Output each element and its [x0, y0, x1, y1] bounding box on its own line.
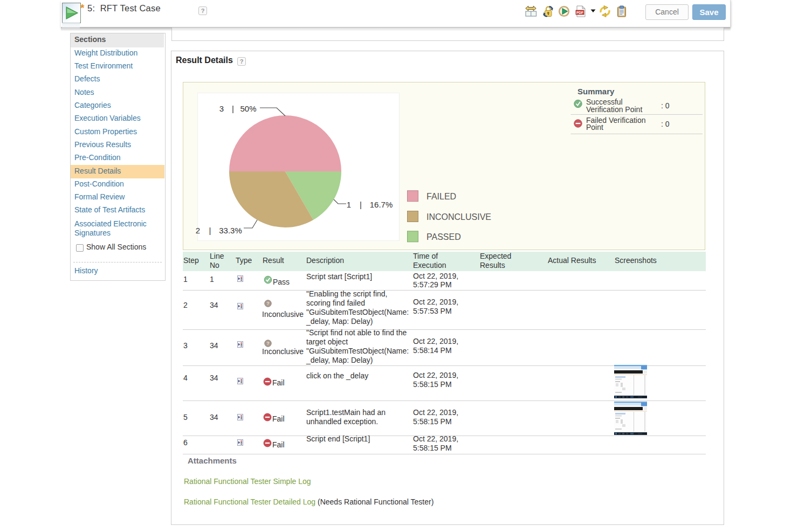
svg-text:|: |	[232, 104, 234, 113]
svg-text:Summary: Summary	[577, 87, 615, 96]
svg-text:Verification Point: Verification Point	[586, 105, 642, 114]
svg-text:16.7%: 16.7%	[370, 200, 393, 209]
svg-text:INCONCLUSIVE: INCONCLUSIVE	[426, 212, 491, 222]
svg-text:3: 3	[219, 104, 224, 113]
svg-text:: 0: : 0	[661, 120, 670, 128]
svg-text:|: |	[209, 226, 211, 235]
svg-text:50%: 50%	[240, 104, 256, 113]
svg-text:|: |	[360, 200, 362, 209]
svg-text:?: ?	[266, 341, 270, 346]
svg-text:33.3%: 33.3%	[219, 226, 242, 235]
svg-text:1: 1	[347, 200, 351, 209]
svg-text:FAILED: FAILED	[426, 192, 456, 201]
svg-text:Point: Point	[586, 123, 603, 132]
svg-text:PASSED: PASSED	[426, 232, 461, 241]
svg-text:PDF: PDF	[576, 11, 583, 15]
svg-text:?: ?	[266, 301, 270, 307]
svg-text:: 0: : 0	[661, 101, 670, 110]
svg-text:2: 2	[196, 226, 200, 235]
